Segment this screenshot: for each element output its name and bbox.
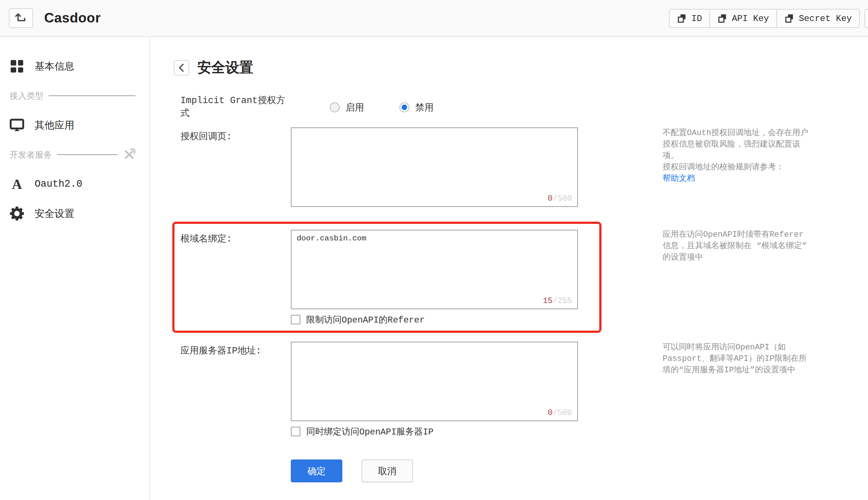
root-domain-textarea[interactable]: door.casbin.com <box>291 230 578 309</box>
sidebar-divider-access-type: 接入类型 <box>0 81 149 110</box>
help-paragraph: 不配置OAuth授权回调地址，会存在用户授权信息被窃取风险，强烈建议配置该项。 <box>663 127 810 162</box>
partial-edge-button[interactable] <box>864 9 868 28</box>
root-domain-label: 根域名绑定: <box>180 230 291 246</box>
callback-label: 授权回调页: <box>180 127 291 143</box>
checkbox-label: 同时绑定访问OpenAPI服务器IP <box>306 426 434 437</box>
checkbox-unchecked[interactable] <box>291 315 300 324</box>
main-content: 安全设置 Implicit Grant授权方式 启用 禁用 授权回调页: <box>151 37 868 500</box>
page-title-row: 安全设置 <box>174 58 253 77</box>
radio-circle-unselected <box>330 102 340 112</box>
radio-option-disable[interactable]: 禁用 <box>399 101 434 113</box>
referer-checkbox-row[interactable]: 限制访问OpenAPI的Referer <box>291 314 578 325</box>
sidebar-item-label: 其他应用 <box>35 119 74 132</box>
sidebar: 基本信息 接入类型 其他应用 开发者服务 A Oauth2.0 <box>0 38 150 500</box>
server-ip-label: 应用服务器IP地址: <box>180 342 291 358</box>
callback-char-counter: 0/500 <box>548 194 572 203</box>
radio-label: 启用 <box>346 101 364 113</box>
app-header: Casdoor ID API Key <box>0 0 868 37</box>
copy-id-label: ID <box>691 14 702 24</box>
counter-current: 0 <box>548 194 553 203</box>
radio-circle-selected <box>399 102 409 112</box>
chevron-left-icon <box>174 61 188 75</box>
sidebar-item-basic-info[interactable]: 基本信息 <box>0 52 149 81</box>
page-back-button[interactable] <box>174 60 189 75</box>
sidebar-divider-developer: 开发者服务 <box>0 140 149 169</box>
copy-secret-key-label: Secret Key <box>799 14 852 24</box>
header-back-button[interactable] <box>9 8 33 28</box>
server-ip-textarea-wrap: 0/500 <box>291 342 578 421</box>
app-title: Casdoor <box>44 10 101 26</box>
radio-option-enable[interactable]: 启用 <box>330 101 364 113</box>
help-paragraph: 授权回调地址的校验规则请参考： <box>663 162 810 173</box>
ok-button[interactable]: 确定 <box>291 459 342 482</box>
divider-label: 开发者服务 <box>10 149 52 161</box>
callback-textarea-wrap: 0/500 <box>291 127 578 207</box>
page-title: 安全设置 <box>197 58 253 77</box>
root-domain-help-text: 应用在访问OpenAPI时须带有Referer信息，且其域名被限制在 “根域名绑… <box>663 222 810 263</box>
copy-id-button[interactable]: ID <box>669 9 710 28</box>
counter-current: 15 <box>543 296 553 306</box>
gear-icon <box>10 207 24 221</box>
copy-icon <box>717 14 727 24</box>
checkbox-unchecked[interactable] <box>291 427 300 436</box>
root-domain-textarea-wrap: door.casbin.com 15/255 <box>291 230 578 309</box>
sidebar-item-label: Oauth2.0 <box>35 179 82 190</box>
counter-limit: /255 <box>553 296 572 306</box>
radio-label: 禁用 <box>415 101 434 113</box>
divider-line <box>49 95 135 96</box>
server-ip-help-text: 可以同时将应用访问OpenAPI（如Passport、翻译等API）的IP限制在… <box>663 342 810 376</box>
up-left-arrow-icon <box>14 11 28 25</box>
server-ip-row: 应用服务器IP地址: 0/500 同时绑定访问OpenAPI服务器IP 可以同时… <box>180 342 865 437</box>
sidebar-item-label: 安全设置 <box>35 207 74 220</box>
header-actions: ID API Key Secret Key <box>669 0 868 37</box>
grid-icon <box>10 60 24 73</box>
copy-button-group: ID API Key Secret Key <box>669 9 860 28</box>
server-ip-textarea[interactable] <box>291 342 578 421</box>
security-settings-form: Implicit Grant授权方式 启用 禁用 授权回调页: 0/50 <box>180 99 865 482</box>
counter-limit: /500 <box>553 408 572 418</box>
root-domain-row: 根域名绑定: door.casbin.com 15/255 限制访问OpenAP… <box>180 222 865 333</box>
copy-icon <box>784 14 794 24</box>
help-doc-link[interactable]: 帮助文档 <box>663 173 695 184</box>
counter-current: 0 <box>548 408 553 418</box>
root-domain-char-counter: 15/255 <box>543 296 572 306</box>
cancel-button[interactable]: 取消 <box>361 459 413 482</box>
bind-ip-checkbox-row[interactable]: 同时绑定访问OpenAPI服务器IP <box>291 426 578 437</box>
copy-secret-key-button[interactable]: Secret Key <box>776 9 860 28</box>
highlight-red-box: 根域名绑定: door.casbin.com 15/255 限制访问OpenAP… <box>172 222 601 333</box>
sidebar-item-other-apps[interactable]: 其他应用 <box>0 110 149 140</box>
copy-api-key-button[interactable]: API Key <box>709 9 777 28</box>
copy-api-key-label: API Key <box>732 14 769 24</box>
tools-icon <box>123 148 135 161</box>
implicit-grant-row: Implicit Grant授权方式 启用 禁用 <box>180 99 865 115</box>
form-actions: 确定 取消 <box>291 459 865 482</box>
letter-a-icon: A <box>10 177 24 191</box>
sidebar-item-oauth2[interactable]: A Oauth2.0 <box>0 169 149 199</box>
counter-limit: /500 <box>553 194 572 203</box>
callback-textarea[interactable] <box>291 127 578 207</box>
divider-label: 接入类型 <box>10 90 43 102</box>
implicit-grant-label: Implicit Grant授权方式 <box>180 94 291 120</box>
implicit-grant-radios: 启用 禁用 <box>291 101 578 113</box>
server-ip-char-counter: 0/500 <box>548 408 572 418</box>
divider-line <box>57 154 118 155</box>
copy-icon <box>677 14 687 24</box>
sidebar-item-security-settings[interactable]: 安全设置 <box>0 199 149 228</box>
sidebar-item-label: 基本信息 <box>35 60 74 73</box>
callback-help-text: 不配置OAuth授权回调地址，会存在用户授权信息被窃取风险，强烈建议配置该项。 … <box>663 127 810 184</box>
callback-row: 授权回调页: 0/500 不配置OAuth授权回调地址，会存在用户授权信息被窃取… <box>180 127 865 207</box>
checkbox-label: 限制访问OpenAPI的Referer <box>306 314 425 325</box>
monitor-icon <box>10 119 24 132</box>
